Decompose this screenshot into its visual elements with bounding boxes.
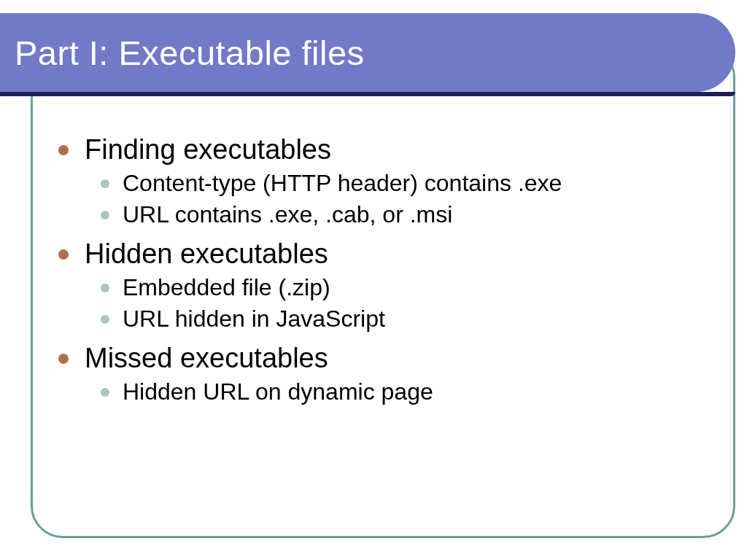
title-underline <box>0 92 735 96</box>
bullet-l1-text: Missed executables <box>85 343 328 374</box>
bullet-dot-icon <box>101 211 109 219</box>
bullet-l2-text: URL hidden in JavaScript <box>123 306 385 332</box>
bullet-l2-text: URL contains .exe, .cab, or .msi <box>123 201 452 228</box>
bullet-group: Missed executables Hidden URL on dynamic… <box>58 343 718 405</box>
slide-title: Part I: Executable files <box>15 33 365 73</box>
bullet-l1: Finding executables <box>58 134 718 166</box>
slide-content: Finding executables Content-type (HTTP h… <box>58 131 718 416</box>
bullet-dot-icon <box>101 179 109 188</box>
bullet-l2: Hidden URL on dynamic page <box>101 378 718 405</box>
bullet-dot-icon <box>101 388 109 397</box>
slide: Part I: Executable files Finding executa… <box>0 0 747 560</box>
bullet-group: Hidden executables Embedded file (.zip) … <box>58 238 718 332</box>
bullet-l1-text: Hidden executables <box>85 238 328 270</box>
bullet-dot-icon <box>101 284 109 292</box>
bullet-l2: Content-type (HTTP header) contains .exe <box>101 170 718 197</box>
bullet-l1: Missed executables <box>58 343 718 374</box>
bullet-l2: URL contains .exe, .cab, or .msi <box>101 201 718 228</box>
bullet-dot-icon <box>58 145 69 155</box>
bullet-dot-icon <box>58 354 69 364</box>
bullet-l1-text: Finding executables <box>85 134 331 166</box>
bullet-l2-text: Embedded file (.zip) <box>123 274 330 301</box>
title-bar: Part I: Executable files <box>0 13 735 92</box>
bullet-l2: URL hidden in JavaScript <box>101 306 718 332</box>
bullet-dot-icon <box>101 315 109 324</box>
title-bar-bg: Part I: Executable files <box>0 13 735 92</box>
bullet-l2-text: Content-type (HTTP header) contains .exe <box>123 170 562 197</box>
bullet-dot-icon <box>58 249 69 260</box>
bullet-l2: Embedded file (.zip) <box>101 274 718 301</box>
bullet-l2-text: Hidden URL on dynamic page <box>123 378 433 405</box>
bullet-group: Finding executables Content-type (HTTP h… <box>58 134 718 228</box>
bullet-l1: Hidden executables <box>58 238 718 270</box>
